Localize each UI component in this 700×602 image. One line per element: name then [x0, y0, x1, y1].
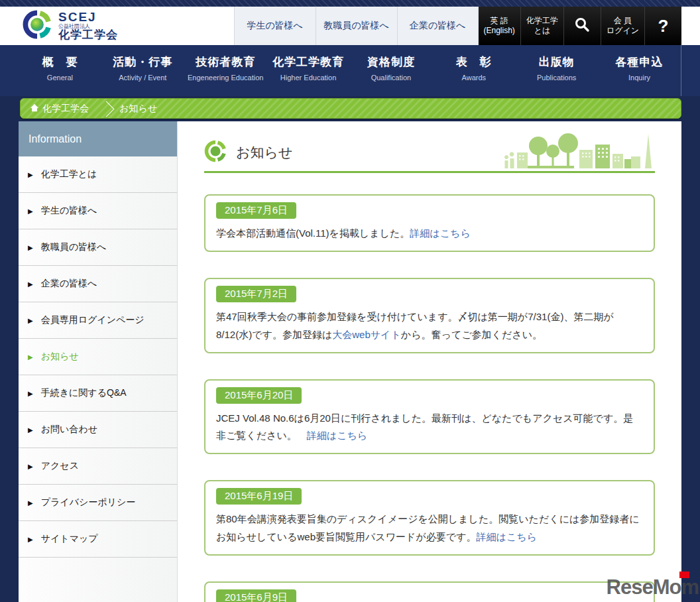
main-nav-item-5[interactable]: 表 彰Awards	[432, 45, 515, 96]
search-button[interactable]	[563, 7, 601, 45]
news-text: 学会本部活動通信(Vol.11)を掲載しました。詳細はこちら	[216, 225, 643, 242]
member-login-button[interactable]: 会 員ログイン	[601, 7, 644, 45]
sidebar-item-5[interactable]: ▶お知らせ	[19, 339, 177, 375]
triangle-right-icon: ▶	[28, 317, 33, 324]
sidebar-item-label: 会員専用ログインページ	[41, 314, 145, 326]
sidebar-item-label: お問い合わせ	[41, 424, 97, 436]
breadcrumb-current: お知らせ	[113, 103, 157, 115]
nav-label-jp: 出版物	[515, 54, 598, 70]
news-date-badge: 2015年7月6日	[216, 202, 296, 219]
news-item: 2015年7月6日学会本部活動通信(Vol.11)を掲載しました。詳細はこちら	[204, 194, 655, 252]
nav-label-en: Awards	[432, 74, 515, 82]
nav-label-en: Inquiry	[598, 74, 681, 82]
triangle-right-icon: ▶	[28, 353, 33, 361]
sidebar-header: Information	[19, 121, 177, 156]
news-link[interactable]: 詳細はこちら	[410, 227, 470, 239]
news-link[interactable]: 詳細はこちら	[307, 430, 367, 441]
nav-label-en: Qualification	[350, 74, 433, 82]
sidebar-item-1[interactable]: ▶学生の皆様へ	[19, 193, 177, 229]
news-text-segment: 第80年会講演発表要旨集のディスクイメージを公開しました。閲覧いただくには参加登…	[216, 513, 640, 542]
button-label-line1: 英 語	[491, 16, 508, 26]
nav-label-en: Activity / Event	[101, 74, 184, 82]
nav-label-jp: 技術者教育	[184, 54, 267, 70]
news-list: 2015年7月6日学会本部活動通信(Vol.11)を掲載しました。詳細はこちら2…	[204, 194, 655, 602]
city-illustration	[501, 130, 655, 171]
breadcrumb: 化学工学会 お知らせ	[20, 98, 681, 119]
sidebar-item-label: 学生の皆様へ	[41, 205, 97, 217]
about-chemical-engineering-button[interactable]: 化学工学とは	[520, 7, 563, 45]
news-text-segment: 学会本部活動通信(Vol.11)を掲載しました。	[216, 227, 410, 239]
sidebar-item-9[interactable]: ▶プライバシーポリシー	[19, 485, 177, 521]
breadcrumb-chevron-icon	[98, 99, 113, 118]
nav-label-en: Publications	[515, 74, 598, 82]
question-icon: ?	[658, 15, 669, 37]
news-text-segment: JCEJ Vol.48 No.6は6月20日に刊行されました。最新刊は、どなたで…	[216, 412, 633, 441]
news-item: 2015年6月20日JCEJ Vol.48 No.6は6月20日に刊行されました…	[204, 379, 655, 455]
help-button[interactable]: ?	[644, 7, 681, 45]
page: SCEJ 公益社団法人 化学工学会 学生の皆様へ教職員の皆様へ企業の皆様へ 英 …	[0, 0, 700, 602]
triangle-right-icon: ▶	[28, 499, 33, 507]
scej-logo[interactable]: SCEJ 公益社団法人 化学工学会	[23, 7, 118, 45]
main-nav-item-7[interactable]: 各種申込Inquiry	[598, 45, 681, 96]
news-link[interactable]: 詳細はこちら	[476, 531, 536, 542]
home-icon	[30, 103, 39, 114]
announcements-icon	[204, 140, 227, 165]
main-nav-item-2[interactable]: 技術者教育Engeneering Education	[184, 45, 267, 96]
news-text: JCEJ Vol.48 No.6は6月20日に刊行されました。最新刊は、どなたで…	[216, 410, 643, 445]
sidebar-item-label: 企業の皆様へ	[41, 278, 97, 290]
sidebar-item-8[interactable]: ▶アクセス	[19, 448, 177, 485]
nav-label-jp: 表 彰	[432, 54, 515, 70]
news-text: 第80年会講演発表要旨集のディスクイメージを公開しました。閲覧いただくには参加登…	[216, 511, 643, 546]
utility-buttons: 英 語(English)化学工学とは会 員ログイン?	[479, 7, 681, 45]
sidebar-item-label: アクセス	[41, 460, 79, 472]
sidebar-item-10[interactable]: ▶サイトマップ	[19, 521, 177, 558]
sidebar-item-2[interactable]: ▶教職員の皆様へ	[19, 229, 177, 266]
main-nav-item-1[interactable]: 活動・行事Activity / Event	[101, 45, 184, 96]
button-label-line2: (English)	[484, 26, 515, 36]
nav-label-jp: 各種申込	[598, 54, 681, 70]
button-label-line2: ログイン	[607, 26, 639, 36]
sidebar-item-label: 手続きに関するQ&A	[41, 387, 127, 399]
english-button[interactable]: 英 語(English)	[479, 7, 520, 45]
news-text: 第47回秋季大会の事前参加登録を受け付けています。〆切は第一期が7/31(金)、…	[216, 308, 643, 343]
sidebar-item-0[interactable]: ▶化学工学とは	[19, 156, 177, 193]
button-label-line1: 会 員	[614, 16, 632, 26]
sidebar-item-4[interactable]: ▶会員専用ログインページ	[19, 302, 177, 339]
logo-text: SCEJ 公益社団法人 化学工学会	[58, 11, 118, 41]
sidebar-item-label: プライバシーポリシー	[41, 497, 136, 509]
sidebar-item-3[interactable]: ▶企業の皆様へ	[19, 266, 177, 302]
main-panel: お知らせ	[178, 121, 681, 602]
sidebar: Information ▶化学工学とは▶学生の皆様へ▶教職員の皆様へ▶企業の皆様…	[19, 121, 178, 602]
nav-label-jp: 資格制度	[350, 54, 433, 70]
breadcrumb-home-link[interactable]: 化学工学会	[21, 103, 98, 115]
news-date-badge: 2015年7月2日	[216, 286, 296, 302]
sidebar-item-label: お知らせ	[41, 351, 79, 363]
watermark-text: ReseMom	[607, 575, 699, 599]
button-label-line1: 化学工学	[526, 16, 558, 26]
sidebar-item-label: 化学工学とは	[41, 168, 97, 180]
header-link-0[interactable]: 学生の皆様へ	[234, 7, 316, 45]
sidebar-item-6[interactable]: ▶手続きに関するQ&A	[19, 375, 177, 412]
main-nav-item-3[interactable]: 化学工学教育Higher Education	[267, 45, 350, 96]
header-link-2[interactable]: 企業の皆様へ	[397, 7, 479, 45]
sidebar-item-7[interactable]: ▶お問い合わせ	[19, 412, 177, 448]
content-area: Information ▶化学工学とは▶学生の皆様へ▶教職員の皆様へ▶企業の皆様…	[19, 121, 681, 602]
audience-links: 学生の皆様へ教職員の皆様へ企業の皆様へ	[234, 7, 479, 45]
news-date-badge: 2015年6月19日	[216, 488, 302, 505]
news-date-badge: 2015年6月20日	[216, 387, 302, 404]
triangle-right-icon: ▶	[28, 244, 33, 251]
header-link-1[interactable]: 教職員の皆様へ	[316, 7, 397, 45]
sidebar-item-label: サイトマップ	[41, 533, 98, 545]
breadcrumb-home-label: 化学工学会	[42, 103, 89, 115]
news-date-badge: 2015年6月9日	[216, 589, 296, 602]
main-nav-item-4[interactable]: 資格制度Qualification	[350, 45, 433, 96]
logo-org-name: 化学工学会	[58, 29, 118, 41]
news-link[interactable]: 大会webサイト	[332, 329, 401, 340]
search-icon	[573, 16, 591, 36]
main-navigation: 概 要General活動・行事Activity / Event技術者教育Enge…	[0, 45, 700, 96]
news-item: 2015年7月2日第47回秋季大会の事前参加登録を受け付けています。〆切は第一期…	[204, 278, 655, 353]
main-nav-item-0[interactable]: 概 要General	[19, 45, 101, 96]
main-nav-item-6[interactable]: 出版物Publications	[515, 45, 598, 96]
site-header: SCEJ 公益社団法人 化学工学会 学生の皆様へ教職員の皆様へ企業の皆様へ 英 …	[0, 7, 700, 45]
news-item: 2015年6月19日第80年会講演発表要旨集のディスクイメージを公開しました。閲…	[204, 480, 655, 556]
